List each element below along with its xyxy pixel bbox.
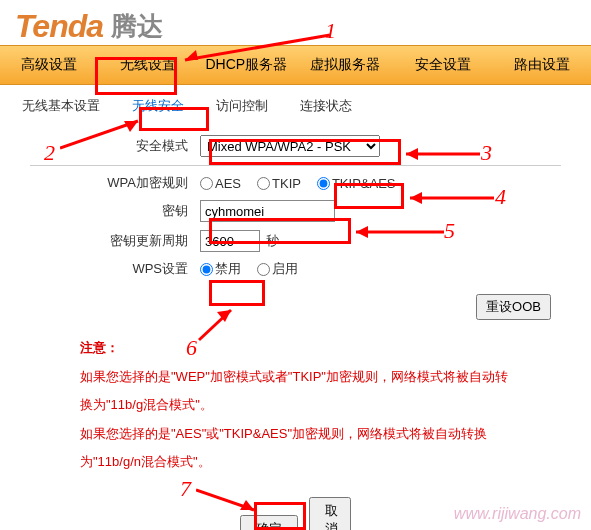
label-security-mode: 安全模式: [10, 137, 200, 155]
radio-wps-disable[interactable]: [200, 263, 213, 276]
nav-routing[interactable]: 路由设置: [493, 46, 592, 84]
watermark: www.rijiwang.com: [454, 505, 581, 523]
radio-tkipaes-wrap[interactable]: TKIP&AES: [317, 176, 396, 191]
nav-virtual[interactable]: 虚拟服务器: [296, 46, 395, 84]
notice-block: 注意： 如果您选择的是"WEP"加密模式或者"TKIP"加密规则，网络模式将被自…: [0, 324, 591, 487]
top-nav: 高级设置 无线设置 DHCP服务器 虚拟服务器 安全设置 路由设置: [0, 45, 591, 85]
subnav-wlsec[interactable]: 无线安全: [128, 95, 188, 117]
subnav-access[interactable]: 访问控制: [212, 95, 272, 117]
radio-aes[interactable]: [200, 177, 213, 190]
label-period: 密钥更新周期: [10, 232, 200, 250]
nav-wireless[interactable]: 无线设置: [99, 46, 198, 84]
annotation-num-5: 5: [444, 218, 455, 244]
notice-p2: 如果您选择的是"AES"或"TKIP&AES"加密规则，网络模式将被自动转换为"…: [80, 420, 511, 477]
annotation-num-7: 7: [180, 476, 191, 502]
period-unit: 秒: [266, 232, 279, 250]
nav-advanced[interactable]: 高级设置: [0, 46, 99, 84]
label-wps: WPS设置: [10, 260, 200, 278]
radio-aes-wrap[interactable]: AES: [200, 176, 241, 191]
subnav-basic[interactable]: 无线基本设置: [18, 95, 104, 117]
radio-tkipaes[interactable]: [317, 177, 330, 190]
annotation-num-3: 3: [481, 140, 492, 166]
logo-bar: Tenda 腾达: [0, 0, 591, 45]
nav-dhcp[interactable]: DHCP服务器: [197, 46, 296, 84]
input-key[interactable]: [200, 200, 335, 222]
reset-oob-button[interactable]: 重设OOB: [476, 294, 551, 320]
radio-wps-enable-wrap[interactable]: 启用: [257, 260, 298, 278]
select-security-mode[interactable]: Mixed WPA/WPA2 - PSK: [200, 135, 380, 157]
label-key: 密钥: [10, 202, 200, 220]
annotation-num-4: 4: [495, 184, 506, 210]
cancel-button[interactable]: 取消: [309, 497, 351, 530]
radio-tkip-wrap[interactable]: TKIP: [257, 176, 301, 191]
ok-button[interactable]: 确定: [240, 515, 298, 530]
subnav-status[interactable]: 连接状态: [296, 95, 356, 117]
radio-wps-disable-wrap[interactable]: 禁用: [200, 260, 241, 278]
annotation-num-6: 6: [186, 335, 197, 361]
label-wpa-rule: WPA加密规则: [10, 174, 200, 192]
notice-p1: 如果您选择的是"WEP"加密模式或者"TKIP"加密规则，网络模式将被自动转换为…: [80, 363, 511, 420]
logo-cn: 腾达: [111, 9, 163, 44]
form-area: 安全模式 Mixed WPA/WPA2 - PSK WPA加密规则 AES TK…: [0, 135, 591, 324]
notice-title: 注意：: [80, 334, 511, 363]
input-period[interactable]: [200, 230, 260, 252]
logo-text: Tenda: [15, 8, 103, 45]
annotation-num-1: 1: [325, 18, 336, 44]
sub-nav: 无线基本设置 无线安全 访问控制 连接状态: [0, 85, 591, 127]
annotation-num-2: 2: [44, 140, 55, 166]
radio-tkip[interactable]: [257, 177, 270, 190]
radio-wps-enable[interactable]: [257, 263, 270, 276]
nav-security[interactable]: 安全设置: [394, 46, 493, 84]
